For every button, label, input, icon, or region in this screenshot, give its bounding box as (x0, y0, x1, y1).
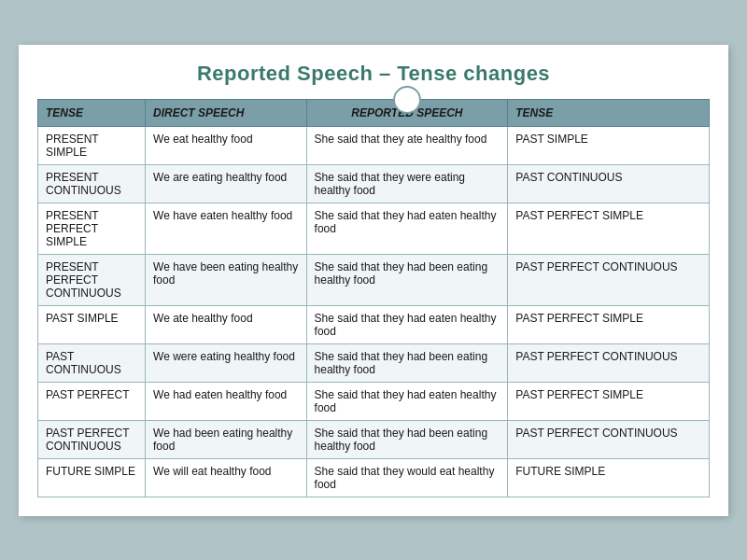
direct-speech-cell: We will eat healthy food (146, 458, 307, 497)
reported-speech-cell: She said that they had eaten healthy foo… (306, 203, 508, 254)
table-row: PAST CONTINUOUSWe were eating healthy fo… (38, 343, 710, 382)
tense-right-cell: PAST PERFECT CONTINUOUS (508, 254, 710, 305)
table-row: PRESENT PERFECT CONTINUOUSWe have been e… (38, 254, 710, 305)
reported-speech-cell: She said that they had been eating healt… (306, 254, 508, 305)
tense-right-cell: PAST PERFECT CONTINUOUS (508, 343, 710, 382)
tense-right-cell: PAST PERFECT SIMPLE (508, 382, 710, 420)
tense-right-cell: PAST PERFECT SIMPLE (508, 305, 710, 343)
reported-speech-cell: She said that they would eat healthy foo… (306, 458, 508, 497)
tense-table: TENSE DIRECT SPEECH REPORTED SPEECH TENS… (37, 99, 710, 497)
tense-left-cell: PAST PERFECT (38, 382, 146, 420)
header-tense-right: TENSE (508, 99, 710, 126)
tense-left-cell: FUTURE SIMPLE (38, 458, 146, 497)
direct-speech-cell: We are eating healthy food (146, 164, 307, 203)
direct-speech-cell: We had eaten healthy food (146, 382, 307, 420)
table-row: FUTURE SIMPLEWe will eat healthy foodShe… (38, 458, 710, 497)
table-row: PAST PERFECTWe had eaten healthy foodShe… (38, 382, 710, 420)
reported-speech-cell: She said that they were eating healthy f… (306, 164, 508, 203)
tense-right-cell: PAST CONTINUOUS (508, 164, 710, 203)
page-title: Reported Speech – Tense changes (37, 62, 710, 86)
tense-left-cell: PAST CONTINUOUS (38, 343, 146, 382)
reported-speech-cell: She said that they had been eating healt… (306, 420, 508, 458)
reported-speech-cell: She said that they had eaten healthy foo… (306, 305, 508, 343)
header-reported-speech: REPORTED SPEECH (306, 99, 508, 126)
table-row: PRESENT PERFECT SIMPLEWe have eaten heal… (38, 203, 710, 254)
direct-speech-cell: We were eating healthy food (146, 343, 307, 382)
tense-left-cell: PRESENT PERFECT CONTINUOUS (38, 254, 146, 305)
direct-speech-cell: We had been eating healthy food (146, 420, 307, 458)
tense-right-cell: PAST PERFECT CONTINUOUS (508, 420, 710, 458)
header-tense-left: TENSE (38, 99, 146, 126)
tense-right-cell: FUTURE SIMPLE (508, 458, 710, 497)
table-body: PRESENT SIMPLEWe eat healthy foodShe sai… (38, 126, 710, 497)
tense-left-cell: PRESENT SIMPLE (38, 126, 146, 164)
table-row: PAST SIMPLEWe ate healthy foodShe said t… (38, 305, 710, 343)
tense-right-cell: PAST PERFECT SIMPLE (508, 203, 710, 254)
tense-left-cell: PAST SIMPLE (38, 305, 146, 343)
direct-speech-cell: We ate healthy food (146, 305, 307, 343)
tense-left-cell: PRESENT CONTINUOUS (38, 164, 146, 203)
table-wrapper: TENSE DIRECT SPEECH REPORTED SPEECH TENS… (37, 99, 710, 497)
table-header-row: TENSE DIRECT SPEECH REPORTED SPEECH TENS… (38, 99, 710, 126)
table-row: PRESENT SIMPLEWe eat healthy foodShe sai… (38, 126, 710, 164)
connector-circle (393, 86, 421, 114)
reported-speech-cell: She said that they had eaten healthy foo… (306, 382, 508, 420)
tense-left-cell: PAST PERFECT CONTINUOUS (38, 420, 146, 458)
direct-speech-cell: We have eaten healthy food (146, 203, 307, 254)
header-direct-speech: DIRECT SPEECH (146, 99, 307, 126)
reported-speech-cell: She said that they had been eating healt… (306, 343, 508, 382)
table-row: PAST PERFECT CONTINUOUSWe had been eatin… (38, 420, 710, 458)
tense-left-cell: PRESENT PERFECT SIMPLE (38, 203, 146, 254)
tense-right-cell: PAST SIMPLE (508, 126, 710, 164)
table-row: PRESENT CONTINUOUSWe are eating healthy … (38, 164, 710, 203)
direct-speech-cell: We eat healthy food (146, 126, 307, 164)
direct-speech-cell: We have been eating healthy food (146, 254, 307, 305)
main-card: Reported Speech – Tense changes TENSE DI… (19, 45, 728, 516)
reported-speech-cell: She said that they ate healthy food (306, 126, 508, 164)
